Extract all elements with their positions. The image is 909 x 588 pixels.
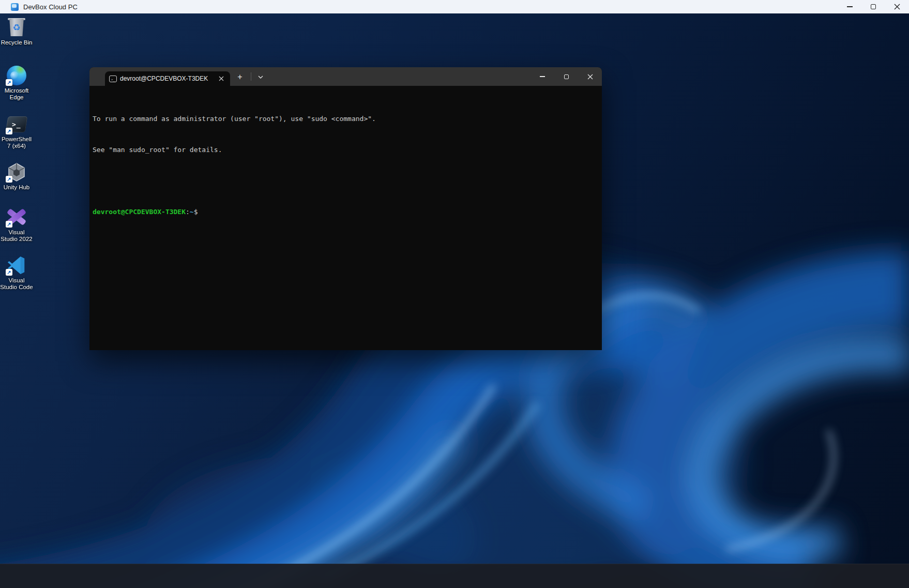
maximize-icon [871,4,876,9]
edge-icon: ↗ [5,65,28,86]
unity-hub-icon: ↗ [5,162,28,183]
maximize-icon [564,74,569,79]
terminal-tab-title: devroot@CPCDEVBOX-T3DEK [120,75,214,82]
terminal-prompt-line: devroot@CPCDEVBOX-T3DEK:~$ [93,207,598,217]
cloud-pc-icon [11,3,19,11]
desktop-icon-label: Visual Studio 2022 [0,229,33,243]
connection-window-controls [838,0,909,13]
desktop-icon-label: PowerShell 7 (x64) [0,136,33,149]
terminal-maximize-button[interactable] [554,67,578,86]
close-icon [894,4,900,10]
prompt-symbol: $ [194,208,198,216]
new-tab-button[interactable]: + [232,71,248,83]
prompt-separator: : [186,208,190,216]
close-icon [219,76,224,81]
desktop-icon-microsoft-edge[interactable]: ↗ Microsoft Edge [0,65,33,101]
desktop-icon-powershell-7[interactable]: >_ ↗ PowerShell 7 (x64) [0,114,33,149]
vscode-icon: ↗ [5,255,28,276]
close-icon [587,74,593,80]
shortcut-arrow-icon: ↗ [6,269,12,276]
desktop-screen: DevBox Cloud PC ♻ Recycle Bin ↗ Microsof… [0,0,909,588]
shortcut-arrow-icon: ↗ [6,79,12,86]
desktop-icon-label: Unity Hub [0,184,33,191]
prompt-path: ~ [190,208,194,216]
connection-maximize-button[interactable] [861,0,885,13]
desktop-icon-label: Microsoft Edge [0,87,33,101]
tab-dropdown-button[interactable] [254,71,267,83]
terminal-window-controls [531,67,602,86]
powershell-icon: >_ ↗ [5,114,28,134]
desktop-icon-visual-studio-code[interactable]: ↗ Visual Studio Code [0,255,33,291]
tab-close-button[interactable] [217,74,226,83]
desktop-icon-visual-studio-2022[interactable]: ↗ Visual Studio 2022 [0,207,33,243]
recycle-bin-icon: ♻ [5,17,28,38]
shortcut-arrow-icon: ↗ [6,221,12,228]
connection-close-button[interactable] [885,0,909,13]
terminal-blank-line [93,176,598,186]
desktop-icon-unity-hub[interactable]: ↗ Unity Hub [0,162,33,191]
desktop-icon-recycle-bin[interactable]: ♻ Recycle Bin [0,17,33,46]
connection-minimize-button[interactable] [838,0,861,13]
terminal-tab[interactable]: >_ devroot@CPCDEVBOX-T3DEK [105,71,230,86]
terminal-close-button[interactable] [578,67,602,86]
terminal-minimize-button[interactable] [531,67,554,86]
taskbar: 1 CAD/EUR +0.56% [0,564,909,588]
terminal-output-line: See "man sudo_root" for details. [93,145,598,155]
terminal-tab-icon: >_ [109,76,117,82]
shortcut-arrow-icon: ↗ [6,128,12,134]
desktop-icon-label: Recycle Bin [0,39,33,46]
connection-title: DevBox Cloud PC [23,3,78,11]
prompt-user-host: devroot@CPCDEVBOX-T3DEK [93,208,186,216]
shortcut-arrow-icon: ↗ [6,176,12,183]
visual-studio-icon: ↗ [5,207,28,228]
connection-bar: DevBox Cloud PC [0,0,909,13]
desktop-icon-label: Visual Studio Code [0,277,33,291]
chevron-down-icon [258,76,263,79]
minimize-icon [847,6,853,7]
terminal-tab-bar: >_ devroot@CPCDEVBOX-T3DEK + [89,67,602,86]
tab-bar-divider [251,72,251,81]
minimize-icon [540,76,545,77]
terminal-output-line: To run a command as administrator (user … [93,114,598,124]
terminal-content[interactable]: To run a command as administrator (user … [89,86,602,350]
terminal-window: >_ devroot@CPCDEVBOX-T3DEK + To run a co… [89,67,602,350]
recycle-symbol-icon: ♻ [12,23,20,32]
